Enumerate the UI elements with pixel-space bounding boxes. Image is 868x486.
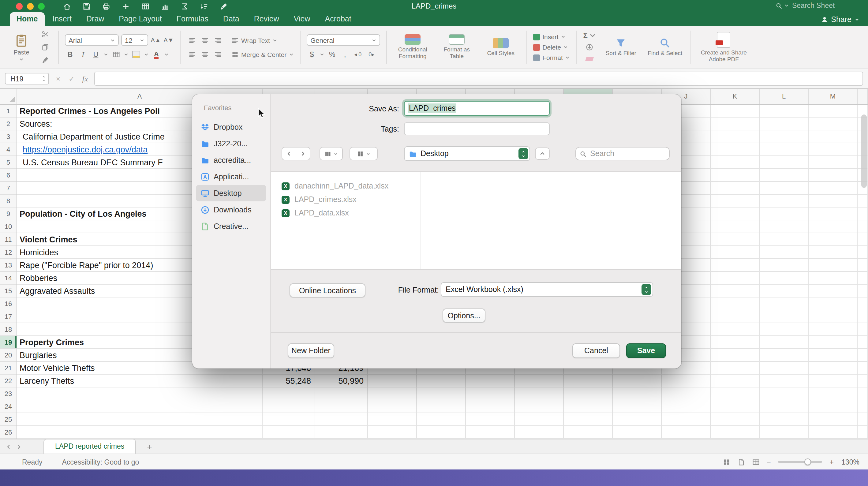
page-layout-view-icon[interactable]	[737, 458, 745, 465]
number-format-select[interactable]: General	[307, 34, 380, 46]
row-header-12[interactable]: 12	[0, 246, 17, 259]
fill-color-button[interactable]	[131, 49, 142, 60]
font-color-button[interactable]: A	[151, 49, 162, 60]
find-select-button[interactable]: Find & Select	[646, 37, 685, 57]
vertical-scrollbar[interactable]	[861, 115, 867, 188]
row-header-13[interactable]: 13	[0, 259, 17, 272]
format-painter-button[interactable]	[38, 55, 52, 65]
cell-C22[interactable]: 50,990	[315, 374, 364, 388]
fill-button[interactable]	[583, 42, 596, 52]
cell-A15[interactable]: Aggravated Assaults	[20, 284, 95, 298]
select-all-corner[interactable]	[0, 89, 17, 104]
back-button[interactable]	[282, 147, 296, 160]
minimize-window-button[interactable]	[27, 3, 34, 9]
column-header-M[interactable]: M	[809, 89, 858, 104]
sheet-tab[interactable]: LAPD reported crimes	[43, 439, 136, 454]
column-header-partial[interactable]	[858, 89, 868, 104]
insert-function-icon[interactable]: fx	[81, 74, 89, 84]
forward-button[interactable]	[296, 147, 310, 160]
tab-insert[interactable]: Insert	[45, 12, 79, 26]
sidebar-item-downloads[interactable]: Downloads	[196, 202, 266, 218]
cell-A5[interactable]: U.S. Census Bureau DEC Summary F	[23, 156, 163, 169]
next-sheet-icon[interactable]	[16, 444, 22, 450]
delete-cells-button[interactable]: Delete	[533, 43, 570, 51]
collapse-button[interactable]	[535, 148, 550, 160]
cell-A9[interactable]: Population - City of Los Angeles	[20, 208, 147, 220]
row-header-4[interactable]: 4	[0, 143, 17, 156]
sidebar-item-applicati[interactable]: Applicati...	[196, 168, 266, 185]
increase-decimal-button[interactable]: ◂.0	[352, 49, 363, 60]
tab-home[interactable]: Home	[10, 12, 44, 26]
paste-button[interactable]: Paste	[9, 33, 34, 62]
prev-sheet-icon[interactable]	[5, 444, 12, 450]
align-left-button[interactable]	[187, 49, 197, 60]
row-header-17[interactable]: 17	[0, 310, 17, 323]
dialog-search[interactable]	[576, 147, 670, 160]
wrap-text-button[interactable]: Wrap Text	[231, 36, 277, 44]
row-header-22[interactable]: 22	[0, 374, 17, 388]
align-bottom-button[interactable]	[212, 35, 223, 45]
row-header-11[interactable]: 11	[0, 233, 17, 246]
column-header-L[interactable]: L	[760, 89, 809, 104]
align-top-button[interactable]	[187, 35, 197, 45]
align-center-button[interactable]	[199, 49, 210, 60]
add-sheet-button[interactable]: +	[147, 442, 152, 452]
font-size-select[interactable]: 12	[121, 34, 148, 46]
cell-A3[interactable]: California Department of Justice Crime	[23, 130, 165, 143]
view-mode-button[interactable]	[319, 147, 343, 160]
tab-formulas[interactable]: Formulas	[170, 12, 215, 26]
copy-button[interactable]	[38, 42, 52, 52]
filename-field[interactable]: LAPD_crimes	[404, 101, 550, 116]
row-header-16[interactable]: 16	[0, 298, 17, 310]
decrease-font-size-button[interactable]: A▼	[163, 35, 174, 45]
sidebar-item-j322-20[interactable]: J322-20...	[196, 135, 266, 152]
brush-icon[interactable]	[220, 2, 228, 10]
home-icon[interactable]	[63, 2, 71, 10]
row-header-3[interactable]: 3	[0, 130, 17, 143]
sidebar-item-accredita[interactable]: accredita...	[196, 152, 266, 168]
cell-A19[interactable]: Property Crimes	[20, 336, 84, 349]
align-right-button[interactable]	[212, 49, 223, 60]
sort-filter-button[interactable]: Sort & Filter	[601, 37, 641, 57]
save-button[interactable]: Save	[626, 343, 666, 358]
confirm-entry-icon[interactable]: ✓	[67, 74, 76, 83]
print-icon[interactable]	[102, 2, 110, 10]
tab-data[interactable]: Data	[216, 12, 246, 26]
row-header-15[interactable]: 15	[0, 284, 17, 298]
clear-button[interactable]	[583, 54, 596, 63]
zoom-slider[interactable]	[778, 461, 823, 463]
chevron-down-icon[interactable]	[124, 52, 128, 57]
zoom-out-button[interactable]: −	[767, 458, 771, 465]
currency-format-button[interactable]: $	[307, 49, 317, 60]
name-box-stepper[interactable]	[42, 75, 46, 82]
row-header-19[interactable]: 19	[0, 336, 17, 349]
zoom-level[interactable]: 130%	[841, 458, 860, 465]
online-locations-button[interactable]: Online Locations	[289, 283, 366, 298]
tab-page-layout[interactable]: Page Layout	[112, 12, 168, 26]
row-header-26[interactable]: 26	[0, 426, 17, 439]
formula-input[interactable]	[94, 71, 863, 86]
cell-A22[interactable]: Larceny Thefts	[20, 374, 74, 388]
decrease-decimal-button[interactable]: .0▸	[366, 49, 376, 60]
column-header-K[interactable]: K	[711, 89, 760, 104]
group-sort-button[interactable]	[349, 147, 378, 160]
row-header-2[interactable]: 2	[0, 118, 17, 130]
cell-A14[interactable]: Robberies	[20, 272, 57, 284]
row-header-6[interactable]: 6	[0, 169, 17, 182]
underline-button[interactable]: U	[91, 49, 101, 60]
dialog-search-input[interactable]	[589, 149, 653, 158]
cell-A2[interactable]: Sources:	[20, 118, 52, 130]
borders-button[interactable]	[111, 49, 121, 60]
file-browser[interactable]: Xdanachinn_LAPD_data.xlsxXLAPD_crimes.xl…	[271, 172, 681, 270]
row-header-1[interactable]: 1	[0, 105, 17, 118]
cell-B22[interactable]: 55,248	[262, 374, 311, 388]
zoom-window-button[interactable]	[38, 3, 45, 9]
tab-view[interactable]: View	[287, 12, 317, 26]
table-icon[interactable]	[142, 2, 149, 10]
normal-view-icon[interactable]	[723, 458, 730, 465]
cancel-entry-icon[interactable]: ×	[54, 74, 62, 83]
file-item[interactable]: XLAPD_crimes.xlsx	[271, 193, 421, 206]
sort-icon[interactable]	[200, 2, 208, 10]
row-header-14[interactable]: 14	[0, 272, 17, 284]
file-item[interactable]: Xdanachinn_LAPD_data.xlsx	[271, 179, 421, 193]
